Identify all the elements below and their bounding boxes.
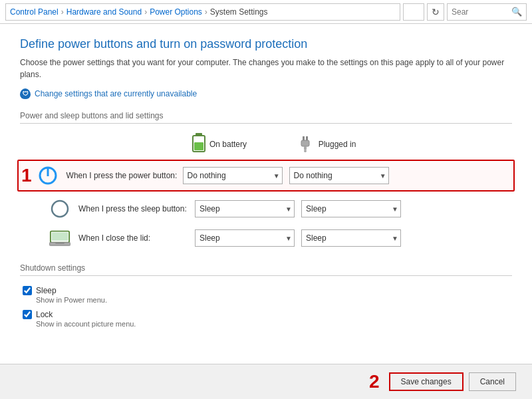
power-button-plugged-in-select[interactable]: Do nothing Sleep Hibernate Shut down Tur…: [289, 167, 389, 184]
sleep-button-label: When I press the sleep button:: [78, 204, 195, 213]
breadcrumb-dropdown[interactable]: ▼: [403, 3, 424, 21]
page-description: Choose the power settings that you want …: [20, 57, 512, 80]
power-icon: [38, 166, 58, 186]
close-lid-plugged-in-wrapper: Sleep Do nothing Hibernate Shut down ▼: [301, 229, 401, 247]
change-settings-text: Change settings that are currently unava…: [35, 89, 197, 98]
badge-2: 2: [369, 372, 380, 391]
power-button-row: 1 When I press the power button: Do noth…: [17, 160, 515, 192]
sleep-button-row: When I press the sleep button: Sleep Do …: [20, 194, 512, 223]
change-settings-link[interactable]: 🛡 Change settings that are currently una…: [20, 88, 512, 99]
sleep-button-on-battery-wrapper: Sleep Do nothing Hibernate Shut down ▼: [195, 200, 295, 217]
bottom-bar: 2 Save changes Cancel: [0, 364, 532, 399]
section2-header: Shutdown settings: [20, 263, 512, 276]
col-plugged-in-label: Plugged in: [319, 140, 356, 149]
search-icon: 🔍: [511, 7, 522, 17]
power-button-on-battery-select[interactable]: Do nothing Sleep Hibernate Shut down Tur…: [183, 167, 283, 184]
col-on-battery: On battery: [166, 133, 273, 156]
close-lid-plugged-in-select[interactable]: Sleep Do nothing Hibernate Shut down: [301, 229, 401, 247]
sleep-checkbox-label[interactable]: Sleep Show in Power menu.: [36, 285, 107, 304]
svg-rect-9: [47, 168, 49, 176]
close-lid-row: When I close the lid: Sleep Do nothing H…: [20, 223, 512, 253]
lock-checkbox-label[interactable]: Lock Show in account picture menu.: [36, 309, 136, 328]
power-button-on-battery-wrapper: Do nothing Sleep Hibernate Shut down Tur…: [183, 167, 283, 184]
badge-1: 1: [21, 166, 32, 185]
battery-icon: [192, 133, 205, 156]
sleep-label-text: Sleep: [36, 286, 57, 295]
svg-point-7: [304, 150, 307, 152]
svg-rect-2: [194, 142, 203, 150]
svg-point-10: [52, 201, 68, 217]
svg-rect-14: [55, 243, 64, 244]
sleep-button-plugged-in-wrapper: Sleep Do nothing Hibernate Shut down ▼: [301, 200, 401, 217]
shutdown-section: Shutdown settings Sleep Show in Power me…: [20, 263, 512, 328]
page-title: Define power buttons and turn on passwor…: [20, 37, 512, 51]
lock-checkbox-item: Lock Show in account picture menu.: [20, 309, 512, 328]
sleep-checkbox[interactable]: [23, 286, 32, 295]
cancel-button[interactable]: Cancel: [469, 372, 516, 391]
power-button-plugged-in-wrapper: Do nothing Sleep Hibernate Shut down Tur…: [289, 167, 389, 184]
lock-sub-text: Show in account picture menu.: [36, 320, 136, 328]
breadcrumb-power-options[interactable]: Power Options: [150, 7, 202, 17]
svg-rect-6: [304, 146, 307, 150]
power-button-label: When I press the power button:: [66, 171, 183, 180]
sleep-sub-text: Show in Power menu.: [36, 296, 107, 304]
col-plugged-in: Plugged in: [273, 135, 379, 154]
sleep-checkbox-item: Sleep Show in Power menu.: [20, 285, 512, 304]
close-lid-on-battery-wrapper: Sleep Do nothing Hibernate Shut down ▼: [195, 229, 295, 247]
breadcrumb: Control Panel › Hardware and Sound › Pow…: [5, 3, 400, 21]
section1-header: Power and sleep buttons and lid settings: [20, 111, 512, 124]
sleep-button-icon: [49, 198, 70, 219]
breadcrumb-control-panel[interactable]: Control Panel: [10, 7, 59, 17]
close-lid-on-battery-select[interactable]: Sleep Do nothing Hibernate Shut down: [195, 229, 295, 247]
lock-checkbox[interactable]: [23, 310, 32, 319]
column-headers: On battery Plugged in: [20, 133, 512, 156]
plug-icon: [296, 135, 315, 154]
close-lid-icon: [49, 227, 70, 249]
breadcrumb-hardware-sound[interactable]: Hardware and Sound: [66, 7, 142, 17]
search-input[interactable]: [452, 7, 511, 17]
lock-label-text: Lock: [36, 310, 53, 319]
shield-icon: 🛡: [20, 88, 31, 99]
col-on-battery-label: On battery: [209, 140, 247, 149]
address-bar: Control Panel › Hardware and Sound › Pow…: [0, 0, 532, 24]
refresh-button[interactable]: ↻: [427, 3, 444, 21]
power-button-icon: [37, 165, 59, 186]
search-box: 🔍: [447, 3, 527, 21]
breadcrumb-sep-1: ›: [61, 7, 64, 17]
sleep-button-plugged-in-select[interactable]: Sleep Do nothing Hibernate Shut down: [301, 200, 401, 217]
lid-icon: [49, 229, 70, 247]
sleep-icon: [50, 199, 70, 219]
breadcrumb-sep-3: ›: [205, 7, 207, 17]
main-content: Define power buttons and turn on passwor…: [0, 24, 532, 399]
breadcrumb-system-settings: System Settings: [210, 7, 268, 17]
svg-rect-12: [52, 233, 68, 241]
svg-rect-5: [301, 140, 309, 146]
sleep-button-on-battery-select[interactable]: Sleep Do nothing Hibernate Shut down: [195, 200, 295, 217]
close-lid-label: When I close the lid:: [78, 233, 195, 243]
breadcrumb-sep-2: ›: [144, 7, 147, 17]
save-changes-button[interactable]: Save changes: [389, 372, 464, 391]
